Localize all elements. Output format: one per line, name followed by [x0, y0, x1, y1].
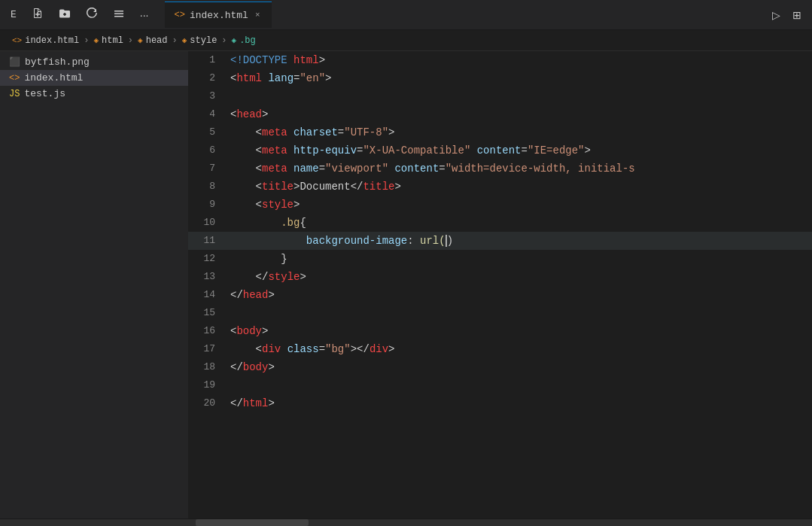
line-code-14: </head>	[224, 286, 275, 304]
line-9: 9 <style>	[188, 196, 812, 214]
line-num-7: 7	[188, 160, 224, 178]
line-num-5: 5	[188, 123, 224, 141]
line-num-14: 14	[188, 286, 224, 304]
line-num-17: 17	[188, 340, 224, 358]
line-num-4: 4	[188, 105, 224, 123]
html-file-icon: <>	[9, 73, 20, 84]
tab-index-html[interactable]: <> index.html ×	[165, 2, 271, 28]
line-num-11: 11	[188, 232, 224, 250]
line-19: 19	[188, 376, 812, 394]
breadcrumb-sep-1: ›	[84, 35, 89, 46]
line-11: 11 background-image: url()	[188, 232, 812, 250]
breadcrumb-head-icon: ◈	[138, 35, 143, 45]
line-num-6: 6	[188, 141, 224, 160]
line-12: 12 }	[188, 250, 812, 268]
breadcrumb-bg-icon: ◈	[232, 35, 237, 45]
line-num-18: 18	[188, 358, 224, 376]
breadcrumb-head-label: head	[146, 35, 168, 46]
tab-close-button[interactable]: ×	[253, 10, 263, 20]
line-code-4: <head>	[224, 105, 268, 123]
line-14: 14 </head>	[188, 286, 812, 304]
sidebar: ⬛ bytfish.png <> index.html JS test.js	[0, 51, 188, 518]
sidebar-item-testjs[interactable]: JS test.js	[0, 86, 188, 102]
breadcrumb-item-head[interactable]: ◈ head	[138, 35, 167, 46]
line-code-8: <title>Document</title>	[224, 178, 401, 196]
line-code-13: </style>	[224, 268, 306, 286]
line-7: 7 <meta name="viewport" content="width=d…	[188, 160, 812, 178]
sidebar-filename-bytfish: bytfish.png	[25, 56, 90, 68]
titlebar-actions: ▷ ⊞	[768, 6, 806, 24]
line-4: 4 <head>	[188, 105, 812, 123]
line-code-2: <html lang="en">	[224, 69, 331, 87]
line-num-16: 16	[188, 322, 224, 340]
line-code-6: <meta http-equiv="X-UA-Compatible" conte…	[224, 141, 591, 160]
breadcrumb-item-file[interactable]: <> index.html	[12, 35, 79, 46]
line-code-11: background-image: url()	[224, 232, 453, 250]
line-16: 16 <body>	[188, 322, 812, 340]
line-1: 1 <!DOCTYPE html>	[188, 51, 812, 69]
line-code-16: <body>	[224, 322, 268, 340]
main-area: ⬛ bytfish.png <> index.html JS test.js 1…	[0, 51, 812, 518]
line-code-5: <meta charset="UTF-8">	[224, 123, 394, 141]
svg-rect-4	[114, 11, 123, 12]
tab-file-icon: <>	[174, 10, 184, 20]
breadcrumb-filename: index.html	[25, 35, 79, 46]
line-num-10: 10	[188, 214, 224, 232]
line-code-3	[224, 87, 230, 105]
line-code-7: <meta name="viewport" content="width=dev…	[224, 160, 635, 178]
line-num-3: 3	[188, 87, 224, 105]
layout-button[interactable]: ⊞	[788, 6, 806, 24]
sidebar-filename-testjs: test.js	[24, 88, 65, 99]
line-18: 18 </body>	[188, 358, 812, 376]
line-code-19	[224, 376, 230, 394]
breadcrumb-style-icon: ◈	[182, 35, 187, 45]
line-num-2: 2	[188, 69, 224, 87]
line-num-8: 8	[188, 178, 224, 196]
tab-filename: index.html	[190, 10, 248, 21]
breadcrumb-file-icon: <>	[12, 36, 22, 45]
line-code-12: }	[224, 250, 287, 268]
explorer-icon: E	[6, 6, 21, 23]
line-8: 8 <title>Document</title>	[188, 178, 812, 196]
line-code-17: <div class="bg"></div>	[224, 340, 395, 358]
breadcrumb-item-html[interactable]: ◈ html	[93, 35, 123, 46]
line-code-18: </body>	[224, 358, 275, 376]
line-num-15: 15	[188, 304, 224, 322]
png-file-icon: ⬛	[9, 56, 20, 68]
line-num-9: 9	[188, 196, 224, 214]
line-num-19: 19	[188, 376, 224, 394]
editor[interactable]: 1 <!DOCTYPE html> 2 <html lang="en"> 3 4…	[188, 51, 812, 518]
scrollbar-thumb[interactable]	[196, 519, 309, 526]
breadcrumb-item-bg[interactable]: ◈ .bg	[232, 35, 256, 46]
more-actions-button[interactable]: ···	[135, 6, 154, 24]
breadcrumb-html-icon: ◈	[93, 35, 99, 45]
line-5: 5 <meta charset="UTF-8">	[188, 123, 812, 141]
new-file-button[interactable]	[27, 5, 48, 25]
line-num-1: 1	[188, 51, 224, 69]
sidebar-item-bytfish[interactable]: ⬛ bytfish.png	[0, 54, 188, 70]
sidebar-item-indexhtml[interactable]: <> index.html	[0, 70, 188, 86]
breadcrumb-sep-4: ›	[221, 35, 227, 46]
svg-rect-5	[114, 14, 123, 15]
line-num-20: 20	[188, 394, 224, 412]
breadcrumb-sep-3: ›	[172, 35, 178, 46]
line-3: 3	[188, 87, 812, 105]
line-6: 6 <meta http-equiv="X-UA-Compatible" con…	[188, 141, 812, 160]
refresh-button[interactable]	[81, 5, 102, 25]
horizontal-scrollbar[interactable]	[0, 518, 812, 526]
line-15: 15	[188, 304, 812, 322]
breadcrumb-item-style[interactable]: ◈ style	[182, 35, 217, 46]
collapse-button[interactable]	[108, 5, 129, 25]
line-code-1: <!DOCTYPE html>	[224, 51, 325, 69]
breadcrumb-bg-label: .bg	[239, 35, 256, 46]
new-folder-button[interactable]	[54, 5, 75, 25]
line-num-13: 13	[188, 268, 224, 286]
line-num-12: 12	[188, 250, 224, 268]
run-button[interactable]: ▷	[768, 6, 785, 24]
line-20: 20 </html>	[188, 394, 812, 412]
editor-content: 1 <!DOCTYPE html> 2 <html lang="en"> 3 4…	[188, 51, 812, 412]
line-13: 13 </style>	[188, 268, 812, 286]
breadcrumb: <> index.html › ◈ html › ◈ head › ◈ styl…	[0, 30, 812, 51]
breadcrumb-html-label: html	[102, 35, 123, 46]
titlebar: E ··· <> index.html ×	[0, 0, 812, 30]
